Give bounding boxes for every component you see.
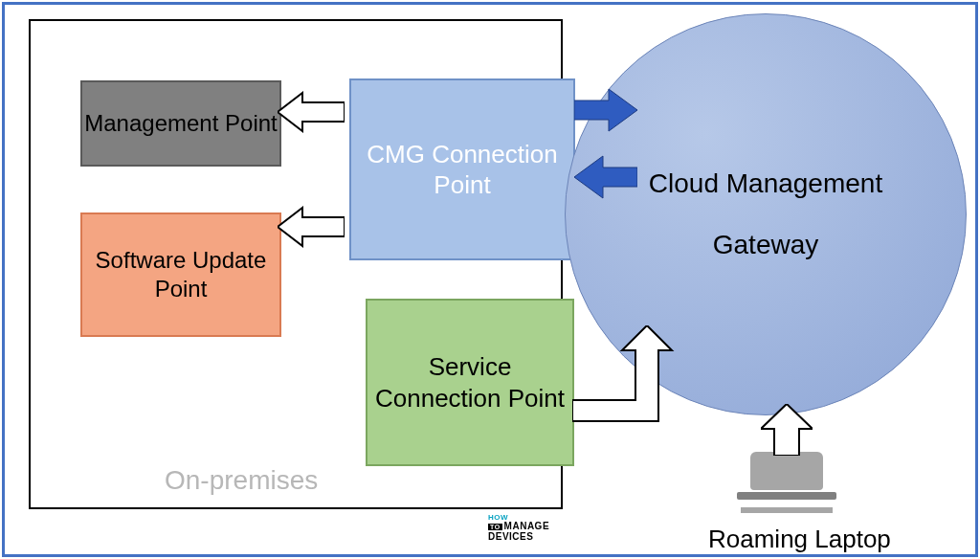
arrow-cloud-to-cmg	[574, 153, 637, 201]
management-point-node: Management Point	[80, 80, 281, 167]
management-point-label: Management Point	[84, 109, 277, 138]
arrow-service-to-cloud	[572, 325, 687, 440]
watermark-manage: MANAGE	[504, 521, 549, 531]
cmg-connection-point-label: CMG Connection Point	[351, 139, 573, 201]
on-premises-label: On-premises	[165, 465, 318, 496]
svg-marker-4	[572, 325, 672, 421]
arrow-cmg-to-management	[278, 91, 345, 133]
svg-marker-0	[278, 93, 345, 131]
svg-marker-2	[574, 89, 637, 131]
software-update-point-label: Software Update Point	[82, 246, 279, 303]
arrow-cmg-to-cloud	[574, 86, 637, 134]
svg-marker-3	[574, 156, 637, 198]
service-connection-point-label: Service Connection Point	[368, 351, 572, 414]
svg-marker-5	[761, 404, 813, 456]
cloud-label-line1: Cloud Management	[649, 168, 882, 199]
arrow-laptop-to-cloud	[761, 404, 813, 456]
roaming-laptop-label: Roaming Laptop	[708, 525, 891, 554]
watermark-to: TO	[488, 524, 502, 530]
watermark: HOW TOMANAGE DEVICES	[488, 515, 549, 542]
service-connection-point-node: Service Connection Point	[366, 299, 574, 466]
laptop-icon	[737, 452, 836, 511]
arrow-cmg-to-softwareupdate	[278, 206, 345, 248]
svg-marker-1	[278, 208, 345, 246]
watermark-devices: DEVICES	[488, 531, 533, 542]
cmg-connection-point-node: CMG Connection Point	[349, 78, 575, 260]
cloud-label-line2: Gateway	[713, 230, 819, 260]
software-update-point-node: Software Update Point	[80, 212, 281, 337]
